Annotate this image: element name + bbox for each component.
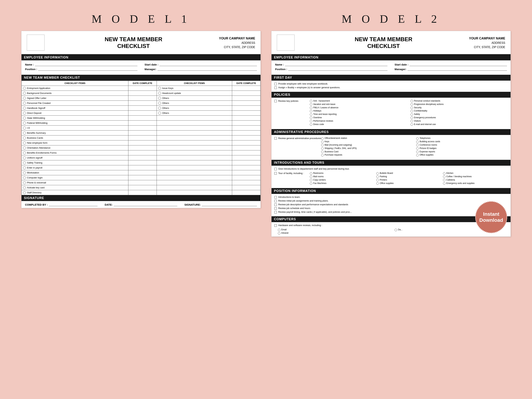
m2-emp-info-section: Name : Start date : Position : Manager: <box>272 60 511 75</box>
model2-main-title: NEW TEAM MEMBER CHECKLIST <box>298 36 469 50</box>
admin-checkbox[interactable] <box>274 137 277 140</box>
instant-download-badge: Instant Download <box>475 201 507 233</box>
m2-first-day-content: Provide employee with new employee workb… <box>272 81 511 92</box>
m2-first-day-header: FIRST DAY <box>272 75 511 81</box>
model1-main-title: NEW TEAM MEMBER CHECKLIST <box>48 36 219 50</box>
model1-company-info: YOUR CAMPANY NAME ADDRESS CITY, STATE, Z… <box>219 36 255 49</box>
m2-emp-info-header: EMPLOYEE INFORMATION <box>272 54 511 60</box>
model2-logo-placeholder <box>277 35 295 51</box>
first-day-checkbox[interactable] <box>274 86 277 89</box>
m2-intro-content: Give Introductions to departement staff … <box>272 166 511 188</box>
col2-header: DATE COMPLETE <box>128 81 157 86</box>
first-day-checkbox[interactable] <box>274 83 277 85</box>
model1-card: NEW TEAM MEMBER CHECKLIST YOUR CAMPANY N… <box>21 31 261 208</box>
model2-title-area: NEW TEAM MEMBER CHECKLIST <box>298 36 469 50</box>
model2-header: NEW TEAM MEMBER CHECKLIST YOUR CAMPANY N… <box>272 31 511 54</box>
model1-title: M O D E L 1 <box>91 13 190 26</box>
col1-header: CHECKLIST ITEMS <box>22 81 128 86</box>
signature-header: SIGNATURE <box>21 195 260 201</box>
tour-checkbox[interactable] <box>274 172 277 175</box>
model2-container: M O D E L 2 NEW TEAM MEMBER CHECKLIST YO… <box>271 13 511 237</box>
m2-computers-content: Hardware and software reviews, including… <box>272 222 511 236</box>
emp-info-section: Name : Start date : Position : Manager: <box>21 60 260 75</box>
checklist-header: NEW TEAM MEMBER CHECKLIST <box>21 75 260 81</box>
model1-header: NEW TEAM MEMBER CHECKLIST YOUR CAMPANY N… <box>21 31 260 54</box>
model2-card: NEW TEAM MEMBER CHECKLIST YOUR CAMPANY N… <box>271 31 511 237</box>
m2-admin-content: Review general administrative procedures… <box>272 135 511 160</box>
computers-checkbox[interactable] <box>274 224 277 227</box>
m2-computers-header: COMPUTERS <box>272 216 511 222</box>
m2-policies-header: POLICIES <box>272 92 511 98</box>
model2-title: M O D E L 2 <box>342 13 440 26</box>
checklist-table: CHECKLIST ITEMS DATE COMPLETE CHECKLIST … <box>21 81 260 195</box>
model1-container: M O D E L 1 NEW TEAM MEMBER CHECKLIST YO… <box>21 13 261 208</box>
m2-admin-header: ADMINISTRATIVE PROCEDURES <box>272 129 511 135</box>
intro-checkbox[interactable] <box>274 168 277 170</box>
policies-checkbox[interactable] <box>274 100 277 102</box>
model1-title-area: NEW TEAM MEMBER CHECKLIST <box>48 36 219 50</box>
col3-header: CHECKLIST ITEMS <box>157 81 232 86</box>
m2-position-header: POSITION INFORMATION <box>272 188 511 194</box>
emp-info-header: EMPLOYEE INFORMATION <box>21 54 260 60</box>
m2-position-content: Introductions to team.Review initial job… <box>272 194 511 216</box>
col4-header: DATE COMPLETE <box>232 81 260 86</box>
m2-policies-content: Review key policies Anti - harassmentPer… <box>272 98 511 129</box>
m2-intro-header: INTRODUCTIONS AND TOURS <box>272 160 511 166</box>
logo-placeholder <box>27 35 44 51</box>
signature-section: COMPLETED BY : DATE: SIGNATURE: <box>21 201 260 208</box>
model2-company-info: YOUR CAMPANY NAME ADDRESS CITY, STATE, Z… <box>469 36 505 49</box>
